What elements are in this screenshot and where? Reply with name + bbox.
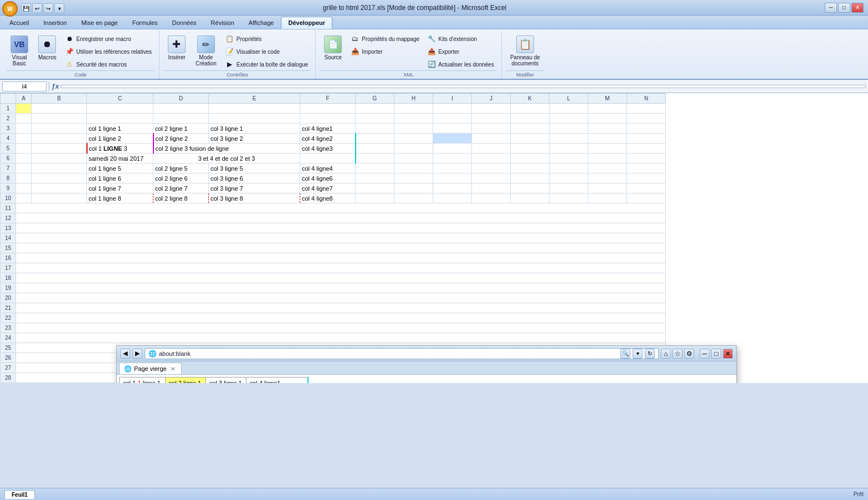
cell-K2[interactable] [511, 114, 549, 124]
mode-creation-button[interactable]: ✏ ModeCréation [192, 33, 220, 69]
cell-H3[interactable] [394, 124, 433, 134]
cell-G7[interactable] [356, 164, 394, 174]
cell-J7[interactable] [472, 164, 511, 174]
col-header-H[interactable]: H [394, 94, 433, 104]
cell-H8[interactable] [394, 174, 433, 183]
cell-I6[interactable] [433, 154, 472, 164]
actualiser-button[interactable]: 🔄 Actualiser les données [424, 58, 497, 70]
tab-accueil[interactable]: Accueil [2, 17, 36, 29]
cell-G9[interactable] [356, 183, 394, 193]
cell-I8[interactable] [433, 174, 472, 183]
panneau-documents-button[interactable]: 📋 Panneau dedocuments [506, 33, 544, 69]
cell-B1[interactable] [32, 104, 87, 114]
cell-I10[interactable] [433, 193, 472, 203]
cell-M10[interactable] [588, 193, 627, 203]
cell-N3[interactable] [627, 124, 666, 134]
cell-D3[interactable]: col 2 ligne 1 [153, 124, 209, 134]
cell-C1[interactable] [87, 104, 153, 114]
col-header-C[interactable]: C [87, 94, 153, 104]
cell-G10[interactable] [356, 193, 394, 203]
browser-tab-close-btn[interactable]: ✕ [169, 365, 177, 373]
col-header-D[interactable]: D [153, 94, 209, 104]
cell-D6[interactable]: 3 et 4 et de col 2 et 3 [153, 154, 300, 164]
cell-K4[interactable] [511, 134, 549, 144]
cell-B3[interactable] [32, 124, 87, 134]
cell-A2[interactable] [16, 114, 32, 124]
cell-I7[interactable] [433, 164, 472, 174]
cell-A10[interactable] [16, 193, 32, 203]
cell-H5[interactable] [394, 144, 433, 154]
maximize-button[interactable]: □ [838, 3, 850, 13]
cell-F8[interactable]: col 4 ligne6 [300, 174, 356, 183]
browser-favorites-btn[interactable]: ☆ [672, 349, 682, 359]
cell-G6[interactable] [356, 154, 394, 164]
col-header-G[interactable]: G [356, 94, 394, 104]
cell-J2[interactable] [472, 114, 511, 124]
cell-C9[interactable]: col 1 ligne 7 [87, 183, 153, 193]
cell-A9[interactable] [16, 183, 32, 193]
cell-N4[interactable] [627, 134, 666, 144]
cell-J5[interactable] [472, 144, 511, 154]
cell-I9[interactable] [433, 183, 472, 193]
executer-button[interactable]: ▶ Exécuter la boîte de dialogue [223, 58, 311, 70]
cell-G4[interactable] [356, 134, 394, 144]
col-header-A[interactable]: A [16, 94, 32, 104]
cell-I4[interactable] [433, 134, 472, 144]
cell-A5[interactable] [16, 144, 32, 154]
close-button[interactable]: ✕ [851, 3, 864, 13]
browser-maximize-btn[interactable]: □ [711, 349, 721, 359]
cell-L5[interactable] [549, 144, 588, 154]
cell-M1[interactable] [588, 104, 627, 114]
source-button[interactable]: 📄 Source [320, 33, 346, 63]
tab-developpeur[interactable]: Développeur [281, 17, 332, 29]
cell-B5[interactable] [32, 144, 87, 154]
cell-N5[interactable] [627, 144, 666, 154]
cell-D5[interactable]: col 2 ligne 3 fusion de ligne [153, 144, 300, 154]
col-header-B[interactable]: B [32, 94, 87, 104]
cell-I2[interactable] [433, 114, 472, 124]
cell-H10[interactable] [394, 193, 433, 203]
tab-revision[interactable]: Révision [204, 17, 242, 29]
cell-D7[interactable]: col 2 ligne 5 [153, 164, 209, 174]
cell-B6[interactable] [32, 154, 87, 164]
qa-save[interactable]: 💾 [21, 3, 31, 13]
cell-A4[interactable] [16, 134, 32, 144]
cell-E4[interactable]: col 3 ligne 2 [209, 134, 300, 144]
cell-F7[interactable]: col 4 ligne4 [300, 164, 356, 174]
cell-K7[interactable] [511, 164, 549, 174]
cell-N10[interactable] [627, 193, 666, 203]
qa-dropdown[interactable]: ▾ [54, 3, 64, 13]
col-header-N[interactable]: N [627, 94, 666, 104]
cell-C3[interactable]: col 1 ligne 1 [87, 124, 153, 134]
cell-D4[interactable]: col 2 ligne 2 [153, 134, 209, 144]
cell-M8[interactable] [588, 174, 627, 183]
browser-search-btn[interactable]: 🔍 [620, 349, 630, 359]
cell-B2[interactable] [32, 114, 87, 124]
browser-home-btn[interactable]: ⌂ [661, 349, 671, 359]
cell-J6[interactable] [472, 154, 511, 164]
cell-L7[interactable] [549, 164, 588, 174]
cell-C4[interactable]: col 1 ligne 2 [87, 134, 153, 144]
cell-E1[interactable] [209, 104, 300, 114]
cell-N7[interactable] [627, 164, 666, 174]
inserer-button[interactable]: ✚ Insérer [164, 33, 189, 63]
office-button[interactable]: W [2, 1, 18, 17]
cell-D9[interactable]: col 2 ligne 7 [153, 183, 209, 193]
cell-L10[interactable] [549, 193, 588, 203]
cell-G1[interactable] [356, 104, 394, 114]
qa-undo[interactable]: ↩ [32, 3, 42, 13]
cell-reference-box[interactable]: I4 [2, 81, 47, 91]
cell-M9[interactable] [588, 183, 627, 193]
cell-F3[interactable]: col 4 ligne1 [300, 124, 356, 134]
browser-dropdown-btn[interactable]: ▾ [633, 349, 643, 359]
cell-J3[interactable] [472, 124, 511, 134]
visualiser-code-button[interactable]: 📝 Visualiser le code [223, 45, 311, 58]
cell-E8[interactable]: col 3 ligne 6 [209, 174, 300, 183]
browser-back-button[interactable]: ◀ [120, 349, 130, 359]
cell-C7[interactable]: col 1 ligne 5 [87, 164, 153, 174]
macros-button[interactable]: ⏺ Macros [34, 33, 60, 63]
cell-J9[interactable] [472, 183, 511, 193]
cell-G2[interactable] [356, 114, 394, 124]
cell-E10[interactable]: col 3 ligne 8 [209, 193, 300, 203]
cell-H1[interactable] [394, 104, 433, 114]
